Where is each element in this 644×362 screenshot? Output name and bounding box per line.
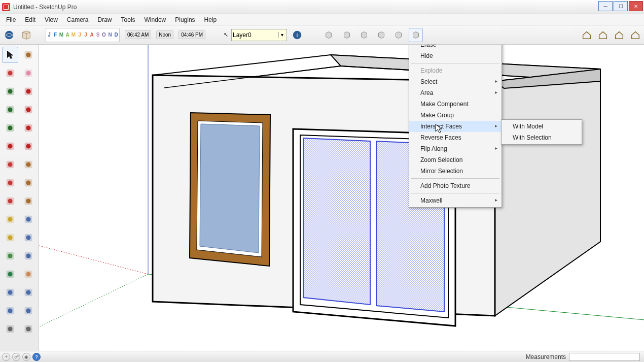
maximize-button[interactable]: ☐ <box>614 1 628 11</box>
orbit-tool[interactable] <box>2 266 18 282</box>
ctx-select[interactable]: Select <box>409 76 502 87</box>
ctx-erase[interactable]: Erase <box>409 45 502 50</box>
ctx-make-component[interactable]: Make Component <box>409 98 502 110</box>
menu-draw[interactable]: Draw <box>94 15 116 24</box>
svg-point-56 <box>26 290 30 294</box>
solid-trim-icon[interactable] <box>391 28 406 42</box>
polygon-tool[interactable] <box>2 120 18 136</box>
dynamic-component-icon[interactable] <box>580 28 593 42</box>
help-icon[interactable]: ? <box>32 353 41 361</box>
axes-tool[interactable] <box>2 248 18 264</box>
circle-tool[interactable] <box>2 102 18 118</box>
pan-tool[interactable] <box>20 266 37 282</box>
shadow-timeline[interactable]: J F M A M J J A S O N D <box>46 28 120 42</box>
previous-tool[interactable] <box>20 303 37 319</box>
menu-plugins[interactable]: Plugins <box>171 15 199 24</box>
menu-window[interactable]: Window <box>140 15 170 24</box>
ctx-zoom-selection[interactable]: Zoom Selection <box>409 154 502 166</box>
scale-tool[interactable] <box>2 193 18 209</box>
sandbox-icon[interactable] <box>629 28 642 42</box>
svg-point-4 <box>26 52 30 57</box>
svg-point-36 <box>26 199 30 203</box>
svg-text:i: i <box>297 31 298 38</box>
dimension-tool[interactable] <box>20 211 37 227</box>
context-submenu[interactable]: With ModelWith Selection <box>501 119 582 145</box>
noon-label: Noon <box>156 30 173 39</box>
freehand-tool[interactable] <box>20 102 37 118</box>
arc3-tool[interactable] <box>20 138 37 154</box>
solid-union-icon[interactable] <box>357 28 371 42</box>
claim-icon[interactable]: ◉ <box>22 353 30 361</box>
select-tool[interactable] <box>2 47 18 63</box>
rotate-tool[interactable] <box>2 175 18 191</box>
move-tool[interactable] <box>2 156 18 173</box>
context-menu[interactable]: Entity InfoEraseHideExplodeSelectAreaMak… <box>409 45 502 208</box>
ctx-area[interactable]: Area <box>409 87 502 98</box>
solid-intersect-icon[interactable] <box>340 28 354 42</box>
sunset-time: 04:46 PM <box>178 30 205 39</box>
zoom-window-tool[interactable] <box>20 284 37 301</box>
ctx-sub-with-model[interactable]: With Model <box>502 121 582 132</box>
timeline-months[interactable]: J F M A M J J A S O N D <box>46 32 119 38</box>
solid-outer-shell-icon[interactable] <box>323 28 337 42</box>
protractor-tool[interactable] <box>2 229 18 246</box>
pushpull-tool[interactable] <box>20 156 37 173</box>
zoom-tool[interactable] <box>2 284 18 301</box>
svg-point-38 <box>8 217 12 221</box>
menu-help[interactable]: Help <box>200 15 221 24</box>
warehouse-icon[interactable] <box>2 28 16 42</box>
make-component-tool[interactable] <box>20 47 37 63</box>
ctx-reverse-faces[interactable]: Reverse Faces <box>409 132 502 143</box>
window-component[interactable] <box>190 113 270 266</box>
geolocation-icon[interactable]: ⌖ <box>2 353 10 361</box>
text-tool[interactable] <box>20 229 37 246</box>
rectangle-tool[interactable] <box>2 83 18 100</box>
position-camera-tool[interactable] <box>2 321 18 337</box>
paint-bucket-tool[interactable] <box>2 65 18 81</box>
ctx-hide[interactable]: Hide <box>409 50 502 61</box>
layer-dropdown[interactable]: ▾ <box>231 29 287 41</box>
eraser-tool[interactable] <box>20 65 37 81</box>
svg-point-22 <box>8 144 12 148</box>
menu-camera[interactable]: Camera <box>63 15 93 24</box>
close-button[interactable]: ✕ <box>629 1 643 11</box>
layer-input[interactable] <box>233 31 278 39</box>
svg-point-58 <box>8 308 12 313</box>
ctx-add-photo-texture[interactable]: Add Photo Texture <box>409 180 502 191</box>
ctx-make-group[interactable]: Make Group <box>409 110 502 121</box>
measurements-input[interactable] <box>569 353 640 361</box>
solid-split-icon[interactable] <box>409 28 423 42</box>
svg-point-6 <box>8 71 12 75</box>
menu-view[interactable]: View <box>41 15 62 24</box>
svg-point-62 <box>8 326 12 331</box>
ctx-intersect-faces[interactable]: Intersect FacesWith ModelWith Selection <box>409 121 502 132</box>
menu-file[interactable]: File <box>2 15 20 24</box>
extension-icon[interactable] <box>19 28 33 42</box>
3dtext-tool[interactable] <box>20 248 37 264</box>
arc-tool[interactable] <box>20 120 37 136</box>
menu-edit[interactable]: Edit <box>21 15 40 24</box>
look-around-tool[interactable] <box>20 321 37 337</box>
tape-tool[interactable] <box>2 211 18 227</box>
ctx-mirror-selection[interactable]: Mirror Selection <box>409 166 502 177</box>
svg-point-20 <box>26 125 30 130</box>
arc2-tool[interactable] <box>2 138 18 154</box>
offset-tool[interactable] <box>20 193 37 209</box>
ctx-sub-with-selection[interactable]: With Selection <box>502 132 582 143</box>
solid-subtract-icon[interactable] <box>374 28 388 42</box>
ctx-flip-along[interactable]: Flip Along <box>409 143 502 154</box>
component-options-icon[interactable] <box>596 28 610 42</box>
zoom-extents-tool[interactable] <box>2 303 18 319</box>
svg-point-48 <box>26 253 30 258</box>
component-attributes-icon[interactable] <box>613 28 626 42</box>
minimize-button[interactable]: ─ <box>598 1 613 11</box>
measurements-label: Measurements <box>523 353 569 360</box>
layer-manager-icon[interactable]: i <box>290 28 304 42</box>
followme-tool[interactable] <box>20 175 37 191</box>
chevron-down-icon[interactable]: ▾ <box>278 32 285 38</box>
menu-tools[interactable]: Tools <box>117 15 139 24</box>
credits-icon[interactable]: ☍ <box>12 353 20 361</box>
line-tool[interactable] <box>20 83 37 100</box>
ctx-maxwell[interactable]: Maxwell <box>409 195 502 206</box>
model-viewport[interactable]: Entity InfoEraseHideExplodeSelectAreaMak… <box>39 45 644 351</box>
